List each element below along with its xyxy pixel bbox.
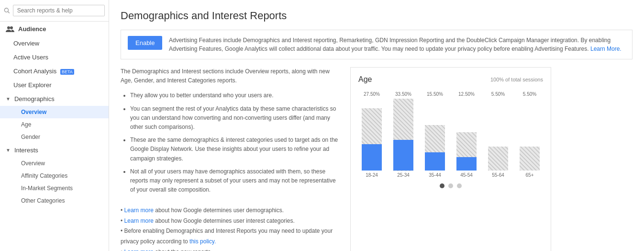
bar-chart: 27.50%18-2433.50%25-3415.50%35-4412.50%4… <box>358 91 543 178</box>
enable-banner: Enable Advertising Features include Demo… <box>121 30 633 59</box>
bar-percentage: 5.50% <box>523 91 536 97</box>
bar-blue <box>393 140 413 171</box>
sidebar-item-affinity-categories-label: Affinity Categories <box>21 172 67 179</box>
bar-wrapper <box>516 99 543 171</box>
carousel-dot-1[interactable] <box>440 183 444 188</box>
sidebar-item-cohort-analysis[interactable]: Cohort Analysis BETA <box>0 64 109 78</box>
sidebar-item-demographics-label: Demographics <box>14 95 55 103</box>
sidebar-item-demo-age[interactable]: Age <box>0 118 109 131</box>
list-item: These are the same demographics & intere… <box>130 136 341 163</box>
chart-panel: Age 100% of total sessions 27.50%18-2433… <box>350 67 551 251</box>
bar-group: 27.50%18-24 <box>358 91 385 178</box>
banner-text: Advertising Features include Demographic… <box>169 36 625 53</box>
audience-header[interactable]: Audience <box>0 22 109 36</box>
sidebar-item-user-explorer[interactable]: User Explorer <box>0 78 109 92</box>
learn-more-demographics-link[interactable]: Learn more <box>124 207 154 214</box>
bar-blue <box>425 152 445 171</box>
chart-header: Age 100% of total sessions <box>358 75 543 84</box>
learn-more-link[interactable]: Learn More. <box>590 46 622 52</box>
bar-label: 65+ <box>526 172 534 178</box>
search-icon <box>4 7 10 14</box>
audience-label: Audience <box>18 25 46 33</box>
bullet-list: They allow you to better understand who … <box>121 91 341 194</box>
list-item: They allow you to better understand who … <box>130 91 341 100</box>
learn-more-interests-link[interactable]: Learn more <box>124 217 154 224</box>
chart-subtitle: 100% of total sessions <box>490 77 543 82</box>
bar-total <box>488 147 508 171</box>
sidebar-item-overview[interactable]: Overview <box>0 36 109 50</box>
sidebar-item-demo-gender[interactable]: Gender <box>0 131 109 143</box>
page-title: Demographics and Interest Reports <box>121 10 633 22</box>
sidebar-item-active-users-label: Active Users <box>13 54 48 61</box>
search-bar <box>0 0 109 22</box>
sidebar-item-demographics[interactable]: ▼ Demographics <box>0 92 109 106</box>
bar-label: 18-24 <box>366 172 378 178</box>
bar-label: 25-34 <box>397 172 410 178</box>
beta-badge: BETA <box>60 69 74 75</box>
main-content: Demographics and Interest Reports Enable… <box>109 0 644 251</box>
learn-more-reports-link[interactable]: Learn more <box>124 249 154 251</box>
svg-point-3 <box>10 26 13 29</box>
bar-percentage: 12.50% <box>458 91 475 97</box>
list-item: Not all of your users may have demograph… <box>130 167 341 195</box>
sidebar-item-interests[interactable]: ▼ Interests <box>0 143 109 157</box>
bar-percentage: 33.50% <box>395 91 411 97</box>
sidebar-item-other-categories[interactable]: Other Categories <box>0 194 109 207</box>
bar-group: 5.50%65+ <box>516 91 543 178</box>
sidebar-item-interests-overview-label: Overview <box>21 160 45 167</box>
sidebar-item-active-users[interactable]: Active Users <box>0 50 109 64</box>
sidebar-item-demo-age-label: Age <box>21 121 31 128</box>
carousel-dots <box>358 183 543 188</box>
sidebar-item-interests-label: Interests <box>14 147 38 154</box>
bar-wrapper <box>453 99 480 171</box>
sidebar-item-cohort-analysis-label: Cohort Analysis <box>13 68 56 75</box>
sidebar-item-other-categories-label: Other Categories <box>21 197 65 204</box>
bar-label: 45-54 <box>460 172 473 178</box>
bar-group: 5.50%55-64 <box>485 91 511 178</box>
sidebar-item-demo-overview[interactable]: Overview <box>0 106 109 118</box>
bar-label: 55-64 <box>492 172 504 178</box>
list-item: You can segment the rest of your Analyti… <box>130 104 341 132</box>
bar-group: 12.50%45-54 <box>453 91 480 178</box>
bar-group: 15.50%35-44 <box>422 91 448 178</box>
left-column: The Demographics and Interest sections i… <box>121 67 341 251</box>
sidebar-item-in-market-segments[interactable]: In-Market Segments <box>0 182 109 194</box>
chart-title: Age <box>358 75 372 84</box>
bar-wrapper <box>358 99 385 171</box>
demographics-expand-icon: ▼ <box>6 96 11 102</box>
enable-button[interactable]: Enable <box>128 36 162 50</box>
banner-description: Advertising Features include Demographic… <box>169 37 611 52</box>
sidebar-item-in-market-segments-label: In-Market Segments <box>21 185 73 192</box>
this-policy-link[interactable]: this policy. <box>189 238 216 245</box>
audience-icon <box>6 26 14 33</box>
bar-percentage: 15.50% <box>427 91 443 97</box>
search-input[interactable] <box>13 5 105 16</box>
carousel-dot-2[interactable] <box>448 183 453 188</box>
bar-blue <box>362 144 382 171</box>
intro-text: The Demographics and Interest sections i… <box>121 67 341 85</box>
sidebar-item-user-explorer-label: User Explorer <box>13 81 51 89</box>
bar-blue <box>456 157 477 171</box>
sidebar-item-interests-overview[interactable]: Overview <box>0 157 109 170</box>
bar-wrapper <box>422 99 448 171</box>
learn-more-section: • Learn more about how Google determines… <box>121 205 341 251</box>
bar-group: 33.50%25-34 <box>390 91 417 178</box>
bar-wrapper <box>485 99 511 171</box>
bar-total <box>520 147 540 171</box>
carousel-dot-3[interactable] <box>457 183 462 188</box>
sidebar-item-overview-label: Overview <box>13 40 39 47</box>
svg-point-0 <box>4 8 8 12</box>
content-area: The Demographics and Interest sections i… <box>121 67 633 251</box>
sidebar-item-demo-overview-label: Overview <box>21 109 46 115</box>
svg-point-2 <box>7 26 10 29</box>
bar-percentage: 27.50% <box>364 91 380 97</box>
sidebar: Audience Overview Active Users Cohort An… <box>0 0 109 251</box>
bar-label: 35-44 <box>429 172 441 178</box>
bar-wrapper <box>390 99 417 171</box>
bar-percentage: 5.50% <box>491 91 505 97</box>
svg-line-1 <box>8 11 10 13</box>
sidebar-item-demo-gender-label: Gender <box>21 134 40 140</box>
interests-expand-icon: ▼ <box>6 148 11 153</box>
sidebar-item-affinity-categories[interactable]: Affinity Categories <box>0 170 109 182</box>
